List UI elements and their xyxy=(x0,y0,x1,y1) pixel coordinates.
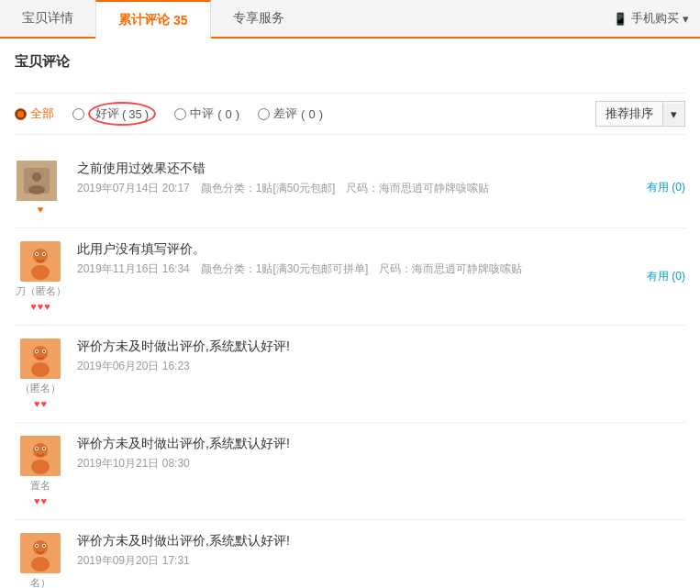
review-text-4: 评价方未及时做出评价,系统默认好评! xyxy=(77,436,685,452)
review-body-2: 此用户没有填写评价。 2019年11月16日 16:34 颜色分类：1贴[满30… xyxy=(77,241,628,277)
filter-all-label: 全部 xyxy=(30,105,54,122)
table-row: 名） ♥ 评价方未及时做出评价,系统默认好评! 2019年09月20日 17:3… xyxy=(15,520,685,588)
review-body-1: 之前使用过效果还不错 2019年07月14日 20:17 颜色分类：1贴[满50… xyxy=(77,161,628,196)
tab-detail-label: 宝贝详情 xyxy=(22,10,73,27)
tab-service[interactable]: 专享服务 xyxy=(211,0,306,37)
svg-point-30 xyxy=(43,545,45,547)
filter-medium-label: 中评 xyxy=(190,105,214,122)
review-text-1: 之前使用过效果还不错 xyxy=(77,161,628,177)
heart-icon: ♥ xyxy=(34,398,40,409)
svg-point-23 xyxy=(43,448,45,449)
table-row: 刀（匿名） ♥ ♥ ♥ 此用户没有填写评价。 2019年11月16日 16:34… xyxy=(15,228,685,326)
review-size-1: 尺码：海而思逍可静牌咳嗦贴 xyxy=(346,181,489,196)
review-date-1: 2019年07月14日 20:17 xyxy=(77,181,190,196)
filter-good[interactable]: 好评 (35) xyxy=(72,102,156,126)
product-thumbnail-1 xyxy=(17,161,57,201)
tab-service-label: 专享服务 xyxy=(233,10,284,27)
sort-dropdown[interactable]: 推荐排序 ▾ xyxy=(595,101,685,127)
avatar-wrap-4: 置名 ♥ ♥ xyxy=(15,436,66,506)
filter-good-label: 好评 xyxy=(95,105,119,122)
review-meta-5: 2019年09月20日 17:31 xyxy=(77,553,685,569)
useful-label-2: 有用 xyxy=(647,270,669,283)
review-meta-2: 2019年11月16日 16:34 颜色分类：1贴[满30元包邮可拼单] 尺码：… xyxy=(77,261,628,277)
review-date-5: 2019年09月20日 17:31 xyxy=(77,553,190,569)
review-size-2: 尺码：海而思逍可静牌咳嗦贴 xyxy=(379,261,522,277)
heart-icon: ♥ xyxy=(41,495,48,506)
review-body-4: 评价方未及时做出评价,系统默认好评! 2019年10月21日 08:30 xyxy=(77,436,685,472)
review-body-3: 评价方未及时做出评价,系统默认好评! 2019年06月20日 16:23 xyxy=(77,338,685,374)
main-content: 宝贝评论 全部 好评 (35) 中评 (0) 差评 (0) 推荐排序 ▾ xyxy=(0,39,700,588)
filter-good-count: 35 xyxy=(128,107,141,121)
tab-reviews-label: 累计评论 xyxy=(118,12,170,28)
avatar-4 xyxy=(20,436,61,476)
review-list: ♥ 之前使用过效果还不错 2019年07月14日 20:17 颜色分类：1贴[满… xyxy=(15,148,685,588)
review-body-5: 评价方未及时做出评价,系统默认好评! 2019年09月20日 17:31 xyxy=(77,533,685,569)
review-date-2: 2019年11月16日 16:34 xyxy=(77,261,190,277)
avatar-name-5: 名） xyxy=(30,576,50,588)
review-meta-4: 2019年10月21日 08:30 xyxy=(77,456,685,472)
avatar-3 xyxy=(20,338,61,379)
svg-point-22 xyxy=(36,448,38,449)
tab-bar: 宝贝详情 累计评论 35 专享服务 📱 手机购买 ▾ xyxy=(0,0,700,39)
filter-good-highlight: 好评 (35) xyxy=(88,102,156,126)
svg-point-8 xyxy=(36,253,38,255)
filter-bar: 全部 好评 (35) 中评 (0) 差评 (0) 推荐排序 ▾ xyxy=(15,93,685,135)
useful-label-1: 有用 xyxy=(647,181,669,194)
filter-all[interactable]: 全部 xyxy=(15,105,54,122)
review-stars-4: ♥ ♥ xyxy=(34,495,47,506)
review-date-3: 2019年06月20日 16:23 xyxy=(77,359,190,374)
review-color-1: 颜色分类：1贴[满50元包邮] xyxy=(201,181,336,196)
svg-point-15 xyxy=(36,350,38,352)
tab-detail[interactable]: 宝贝详情 xyxy=(0,0,95,37)
review-text-3: 评价方未及时做出评价,系统默认好评! xyxy=(77,338,685,355)
review-meta-3: 2019年06月20日 16:23 xyxy=(77,359,685,374)
review-color-2: 颜色分类：1贴[满30元包邮可拼单] xyxy=(201,261,369,277)
avatar-wrap-2: 刀（匿名） ♥ ♥ ♥ xyxy=(15,241,66,312)
avatar-wrap-5: 名） ♥ xyxy=(15,533,66,588)
svg-point-2 xyxy=(32,172,41,182)
heart-icon: ♥ xyxy=(44,301,50,312)
svg-point-17 xyxy=(31,362,50,377)
avatar-name-2: 刀（匿名） xyxy=(16,284,66,298)
table-row: ♥ 之前使用过效果还不错 2019年07月14日 20:17 颜色分类：1贴[满… xyxy=(15,148,685,228)
useful-btn-2[interactable]: 有用 (0) xyxy=(647,269,685,284)
svg-point-31 xyxy=(31,557,50,571)
heart-icon: ♥ xyxy=(34,495,40,506)
avatar-2 xyxy=(20,241,61,282)
section-title: 宝贝评论 xyxy=(15,53,685,80)
svg-point-29 xyxy=(36,545,38,547)
svg-point-10 xyxy=(31,265,50,280)
svg-point-3 xyxy=(28,185,45,194)
avatar-wrap-1: ♥ xyxy=(15,161,66,215)
filter-medium[interactable]: 中评 (0) xyxy=(174,105,239,122)
review-meta-1: 2019年07月14日 20:17 颜色分类：1贴[满50元包邮] 尺码：海而思… xyxy=(77,181,628,196)
phone-icon: 📱 xyxy=(613,12,628,26)
avatar-5 xyxy=(20,533,61,573)
avatar-name-3: （匿名） xyxy=(20,382,61,395)
svg-point-16 xyxy=(43,350,45,352)
filter-bad[interactable]: 差评 (0) xyxy=(258,105,323,122)
heart-icon: ♥ xyxy=(30,301,37,312)
useful-count-1: (0) xyxy=(672,181,685,194)
tab-right-label: 手机购买 xyxy=(631,10,679,27)
svg-point-9 xyxy=(43,253,45,255)
avatar-wrap-3: （匿名） ♥ ♥ xyxy=(15,338,66,409)
svg-point-24 xyxy=(31,460,50,474)
heart-icon: ♥ xyxy=(38,301,44,312)
table-row: 置名 ♥ ♥ 评价方未及时做出评价,系统默认好评! 2019年10月21日 08… xyxy=(15,423,685,520)
reviews-badge: 35 xyxy=(173,13,188,28)
review-date-4: 2019年10月21日 08:30 xyxy=(77,456,190,472)
filter-bad-label: 差评 xyxy=(273,105,297,122)
tab-right-action[interactable]: 📱 手机购买 ▾ xyxy=(613,0,700,37)
tab-reviews[interactable]: 累计评论 35 xyxy=(95,0,211,39)
review-text-5: 评价方未及时做出评价,系统默认好评! xyxy=(77,533,685,549)
filter-medium-count: 0 xyxy=(226,107,232,121)
sort-label: 推荐排序 xyxy=(596,102,663,126)
review-stars-3: ♥ ♥ xyxy=(34,398,47,409)
useful-btn-1[interactable]: 有用 (0) xyxy=(647,180,685,195)
heart-icon: ♥ xyxy=(41,398,48,409)
chevron-down-icon: ▾ xyxy=(683,12,689,26)
review-text-2: 此用户没有填写评价。 xyxy=(77,241,628,258)
useful-count-2: (0) xyxy=(672,270,685,283)
sort-arrow-icon: ▾ xyxy=(663,104,684,125)
